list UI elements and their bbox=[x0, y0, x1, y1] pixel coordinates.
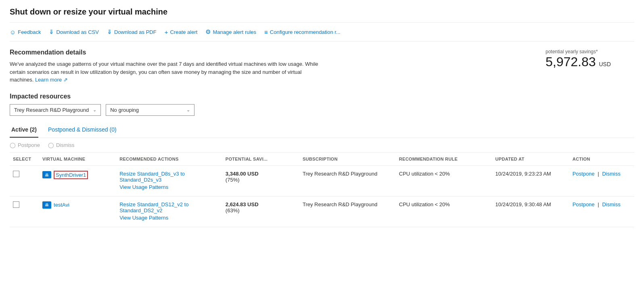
savings-pct-row2: (63%) bbox=[226, 207, 296, 213]
subscription-dropdown[interactable]: Trey Research R&D Playground ⌄ bbox=[10, 104, 101, 116]
rule-row1: CPU utilization < 20% bbox=[396, 165, 492, 196]
updated-row1: 10/24/2019, 9:23:23 AM bbox=[492, 165, 569, 196]
vm-name-row2[interactable]: testAvi bbox=[54, 202, 69, 208]
table-row: 🖶 SynthDriver1 Resize Standard_D8s_v3 to… bbox=[10, 165, 634, 196]
dismiss-row2[interactable]: Dismiss bbox=[602, 201, 621, 207]
create-alert-button[interactable]: + Create alert bbox=[165, 29, 198, 36]
download-csv-icon: ⇓ bbox=[49, 28, 54, 36]
col-header-updated: UPDATED AT bbox=[492, 153, 569, 166]
toolbar: ☺ Feedback ⇓ Download as CSV ⇓ Download … bbox=[10, 28, 634, 42]
grouping-chevron-icon: ⌄ bbox=[186, 107, 190, 113]
dismiss-row1[interactable]: Dismiss bbox=[602, 171, 621, 177]
rule-row2: CPU utilization < 20% bbox=[396, 196, 492, 227]
feedback-button[interactable]: ☺ Feedback bbox=[10, 29, 41, 36]
recommendation-title: Recommendation details bbox=[10, 49, 324, 56]
postpone-row1[interactable]: Postpone bbox=[573, 171, 595, 177]
col-header-action: ACTION bbox=[569, 153, 634, 166]
impacted-title: Impacted resources bbox=[10, 93, 634, 100]
manage-alert-icon: ⚙ bbox=[205, 28, 211, 36]
configure-recommendation-button[interactable]: ≡ Configure recommendation r... bbox=[264, 29, 341, 36]
learn-more-link[interactable]: Learn more ⇗ bbox=[35, 77, 68, 83]
postpone-button[interactable]: ◯ Postpone bbox=[10, 142, 40, 148]
col-header-savings: POTENTIAL SAVI... bbox=[222, 153, 299, 166]
row2-checkbox[interactable] bbox=[13, 201, 19, 208]
resize-action-row1[interactable]: Resize Standard_D8s_v3 to Standard_D2s_v… bbox=[119, 171, 219, 183]
col-header-select: SELECT bbox=[10, 153, 39, 166]
savings-currency: USD bbox=[599, 61, 611, 67]
manage-alert-rules-button[interactable]: ⚙ Manage alert rules bbox=[205, 28, 256, 36]
page-container: Shut down or resize your virtual machine… bbox=[0, 0, 644, 293]
table-row: 🖶 testAvi Resize Standard_DS12_v2 to Sta… bbox=[10, 196, 634, 227]
savings-value: 5,972.83 bbox=[546, 54, 596, 69]
savings-row1: 3,348.00 USD bbox=[226, 171, 296, 177]
savings-label: potential yearly savings* bbox=[546, 49, 634, 54]
savings-pct-row1: (75%) bbox=[226, 177, 296, 183]
tab-active[interactable]: Active (2) bbox=[10, 122, 38, 138]
configure-icon: ≡ bbox=[264, 29, 268, 36]
usage-action-row1[interactable]: View Usage Patterns bbox=[119, 184, 219, 190]
resources-table: SELECT VIRTUAL MACHINE RECOMMENDED ACTIO… bbox=[10, 153, 634, 227]
subscription-row2: Trey Research R&D Playground bbox=[299, 196, 396, 227]
impacted-section: Impacted resources Trey Research R&D Pla… bbox=[10, 93, 634, 227]
col-header-subscription: SUBSCRIPTION bbox=[299, 153, 396, 166]
feedback-icon: ☺ bbox=[10, 29, 16, 36]
resize-action-row2[interactable]: Resize Standard_DS12_v2 to Standard_DS2_… bbox=[119, 201, 219, 213]
tab-postponed[interactable]: Postponed & Dismissed (0) bbox=[46, 122, 118, 138]
download-csv-button[interactable]: ⇓ Download as CSV bbox=[49, 28, 99, 36]
row-actions-row1: Postpone | Dismiss bbox=[573, 171, 631, 177]
dismiss-button[interactable]: ◯ Dismiss bbox=[48, 142, 75, 148]
postpone-row2[interactable]: Postpone bbox=[573, 201, 595, 207]
external-link-icon: ⇗ bbox=[63, 77, 68, 83]
usage-action-row2[interactable]: View Usage Patterns bbox=[119, 215, 219, 221]
updated-row2: 10/24/2019, 9:30:48 AM bbox=[492, 196, 569, 227]
vm-icon-row1: 🖶 bbox=[42, 171, 51, 178]
subscription-row1: Trey Research R&D Playground bbox=[299, 165, 396, 196]
grouping-dropdown[interactable]: No grouping ⌄ bbox=[106, 104, 194, 116]
dismiss-icon: ◯ bbox=[48, 142, 54, 148]
col-header-vm: VIRTUAL MACHINE bbox=[39, 153, 116, 166]
vm-name-row1[interactable]: SynthDriver1 bbox=[54, 171, 88, 179]
recommendation-section: Recommendation details We've analyzed th… bbox=[10, 49, 634, 84]
col-header-rule: RECOMMENDATION RULE bbox=[396, 153, 492, 166]
tabs: Active (2) Postponed & Dismissed (0) bbox=[10, 122, 634, 138]
subscription-chevron-icon: ⌄ bbox=[93, 107, 96, 113]
filters-row: Trey Research R&D Playground ⌄ No groupi… bbox=[10, 104, 634, 116]
action-bar: ◯ Postpone ◯ Dismiss bbox=[10, 138, 634, 153]
row-actions-row2: Postpone | Dismiss bbox=[573, 201, 631, 207]
download-pdf-icon: ⇓ bbox=[107, 28, 112, 36]
col-header-actions: RECOMMENDED ACTIONS bbox=[116, 153, 222, 166]
savings-row2: 2,624.83 USD bbox=[226, 201, 296, 207]
vm-icon-row2: 🖶 bbox=[42, 201, 51, 209]
recommendation-description: Recommendation details We've analyzed th… bbox=[10, 49, 324, 84]
row1-checkbox[interactable] bbox=[13, 171, 19, 177]
page-title: Shut down or resize your virtual machine bbox=[10, 7, 634, 23]
savings-box: potential yearly savings* 5,972.83 USD bbox=[546, 49, 634, 69]
download-pdf-button[interactable]: ⇓ Download as PDF bbox=[107, 28, 157, 36]
create-alert-icon: + bbox=[165, 29, 168, 36]
postpone-icon: ◯ bbox=[10, 142, 16, 148]
